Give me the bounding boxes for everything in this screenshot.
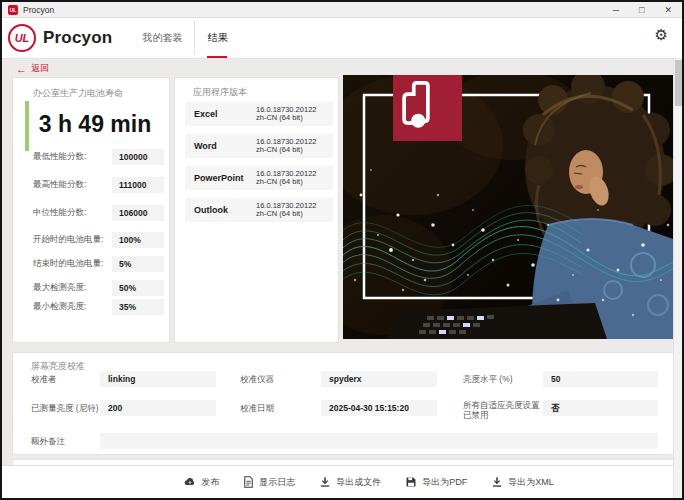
cal-value: 否 xyxy=(543,400,658,416)
footer-toolbar: 发布 显示日志 导出成文件 导出为PDF 导出为XML xyxy=(2,465,676,498)
stat-value: 35% xyxy=(112,299,164,315)
stat-label: 结束时的电池电量: xyxy=(33,258,103,270)
export-xml-button[interactable]: 导出为XML xyxy=(491,476,554,489)
stat-value: 100000 xyxy=(112,149,164,165)
log-icon xyxy=(243,476,254,488)
procyon-window: UL Procyon ─ □ ✕ UL Procyon 我的套装 结果 ⚙ ← … xyxy=(0,0,684,500)
stat-value: 111000 xyxy=(112,177,164,193)
window-title: Procyon xyxy=(23,5,613,15)
export-pdf-label: 导出为PDF xyxy=(422,476,467,489)
cloud-upload-icon xyxy=(184,476,196,488)
app-version-line2: zh-CN (64 bit) xyxy=(256,177,303,186)
battery-icon xyxy=(393,75,439,131)
app-version: 16.0.18730.20122 zh-CN (64 bit) xyxy=(256,106,316,123)
cal-label: 亮度水平 (%) xyxy=(463,374,541,384)
app-name: Word xyxy=(194,141,256,151)
scrollbar-thumb[interactable] xyxy=(675,60,682,106)
show-log-label: 显示日志 xyxy=(259,476,295,489)
stat-row: 结束时的电池电量: 5% xyxy=(33,256,164,272)
app-version-row: Word 16.0.18730.20122 zh-CN (64 bit) xyxy=(185,134,333,158)
app-version-line2: zh-CN (64 bit) xyxy=(256,209,303,218)
cal-value: spyderx xyxy=(321,371,437,387)
app-name: Excel xyxy=(194,109,256,119)
battery-panel-title: 办公室生产力电池寿命 xyxy=(33,87,123,100)
stat-row: 开始时的电池电量: 100% xyxy=(33,232,164,248)
export-xml-label: 导出为XML xyxy=(508,476,554,489)
back-arrow-icon: ← xyxy=(16,63,27,75)
cal-label: 所有自适应亮度设置已禁用 xyxy=(463,400,545,420)
stat-label: 最大检测亮度: xyxy=(33,282,86,294)
notes-value xyxy=(100,433,658,449)
cal-value: 200 xyxy=(100,400,216,416)
back-label: 返回 xyxy=(31,62,49,75)
cal-label: 校准仪器 xyxy=(240,374,310,384)
stat-label: 中位性能分数: xyxy=(33,207,86,219)
cal-label: 已测量亮度 (尼特) xyxy=(31,403,106,413)
tab-results[interactable]: 结果 xyxy=(195,18,239,58)
app-name: Outlook xyxy=(194,205,256,215)
title-bar: UL Procyon ─ □ ✕ xyxy=(2,2,682,18)
app-version: 16.0.18730.20122 zh-CN (64 bit) xyxy=(256,138,316,155)
settings-gear-icon[interactable]: ⚙ xyxy=(655,27,668,42)
calibration-panel: 屏幕亮度校准 校准者 linking 校准仪器 spyderx 亮度水平 (%)… xyxy=(12,352,676,455)
app-version-line2: zh-CN (64 bit) xyxy=(256,145,303,154)
stat-row: 最高性能分数: 111000 xyxy=(33,177,164,193)
pdf-icon xyxy=(405,476,417,488)
ul-logo: UL xyxy=(8,24,36,52)
notes-label: 额外备注 xyxy=(31,436,101,446)
app-version-line2: zh-CN (64 bit) xyxy=(256,113,303,122)
tab-my-suites-label: 我的套装 xyxy=(142,31,182,45)
app-version: 16.0.18730.20122 zh-CN (64 bit) xyxy=(256,202,316,219)
stat-row: 最低性能分数: 100000 xyxy=(33,149,164,165)
app-version: 16.0.18730.20122 zh-CN (64 bit) xyxy=(256,170,316,187)
battery-badge xyxy=(393,75,462,141)
stat-label: 最低性能分数: xyxy=(33,151,86,163)
publish-button[interactable]: 发布 xyxy=(184,476,219,489)
stat-label: 最高性能分数: xyxy=(33,179,86,191)
export-file-button[interactable]: 导出成文件 xyxy=(319,476,381,489)
cal-value: 2025-04-30 15:15:20 xyxy=(321,400,437,416)
export-pdf-button[interactable]: 导出为PDF xyxy=(405,476,467,489)
cal-label: 校准者 xyxy=(31,374,101,384)
show-log-button[interactable]: 显示日志 xyxy=(243,476,295,489)
export-file-label: 导出成文件 xyxy=(336,476,381,489)
brand-title: Procyon xyxy=(43,28,112,48)
stat-value: 50% xyxy=(112,280,164,296)
stat-value: 5% xyxy=(112,256,164,272)
nav-bar: UL Procyon 我的套装 结果 ⚙ xyxy=(2,18,682,59)
app-version-row: PowerPoint 16.0.18730.20122 zh-CN (64 bi… xyxy=(185,166,333,190)
tab-results-label: 结果 xyxy=(207,31,227,45)
close-button[interactable]: ✕ xyxy=(664,5,672,15)
battery-life-panel: 办公室生产力电池寿命 3 h 49 min 最低性能分数: 100000 最高性… xyxy=(12,77,170,343)
minimize-button[interactable]: ─ xyxy=(613,5,619,15)
app-icon: UL xyxy=(8,5,18,15)
back-link[interactable]: ← 返回 xyxy=(16,62,49,75)
cal-label: 校准日期 xyxy=(240,403,310,413)
export-file-icon xyxy=(319,476,331,488)
app-versions-title: 应用程序版本 xyxy=(193,86,247,99)
app-version-row: Excel 16.0.18730.20122 zh-CN (64 bit) xyxy=(185,102,333,126)
stat-value: 106000 xyxy=(112,205,164,221)
vertical-scrollbar[interactable] xyxy=(673,59,682,498)
publish-label: 发布 xyxy=(201,476,219,489)
stat-label: 开始时的电池电量: xyxy=(33,234,103,246)
stat-row: 最小检测亮度: 35% xyxy=(33,299,164,315)
app-versions-panel: 应用程序版本 Excel 16.0.18730.20122 zh-CN (64 … xyxy=(174,77,339,343)
cal-value: linking xyxy=(100,371,216,387)
stat-value: 100% xyxy=(112,232,164,248)
calibration-title: 屏幕亮度校准 xyxy=(31,360,85,373)
stat-label: 最小检测亮度: xyxy=(33,301,86,313)
maximize-button[interactable]: □ xyxy=(639,5,644,15)
stat-row: 最大检测亮度: 50% xyxy=(33,280,164,296)
active-tab-underline xyxy=(207,56,227,58)
hero-image xyxy=(343,75,676,339)
stat-row: 中位性能分数: 106000 xyxy=(33,205,164,221)
xml-icon xyxy=(491,476,503,488)
app-version-row: Outlook 16.0.18730.20122 zh-CN (64 bit) xyxy=(185,198,333,222)
app-name: PowerPoint xyxy=(194,173,256,183)
tab-my-suites[interactable]: 我的套装 xyxy=(130,18,194,58)
cal-value: 50 xyxy=(543,371,658,387)
battery-life-time: 3 h 49 min xyxy=(29,111,161,138)
